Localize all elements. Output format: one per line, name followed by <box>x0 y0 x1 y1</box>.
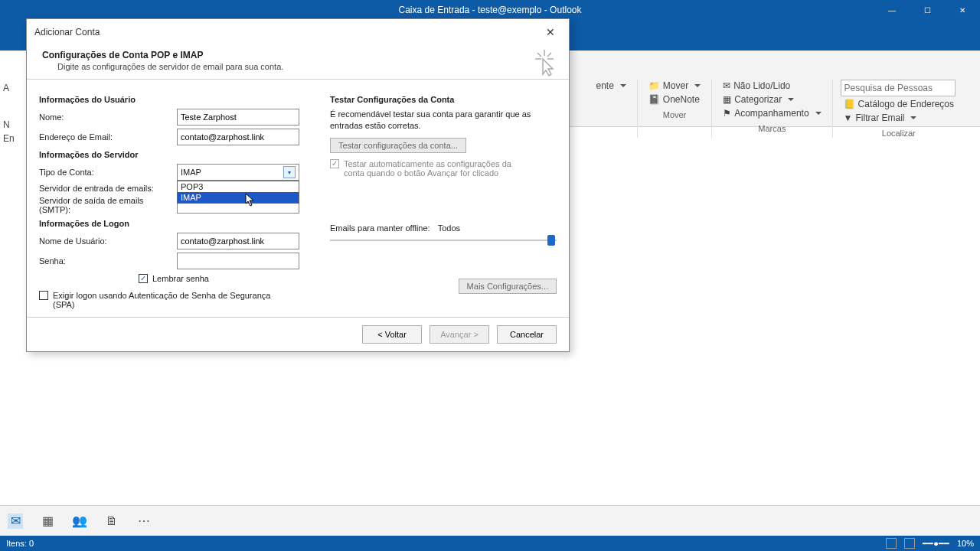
dialog-close-button[interactable]: ✕ <box>540 23 561 41</box>
password-input[interactable] <box>177 253 299 269</box>
left-clipped-column: A N En <box>0 51 26 487</box>
group-label-mover: Mover <box>663 110 687 119</box>
status-bar: Itens: 0 ━━●━━ 10% <box>0 536 980 551</box>
name-input[interactable] <box>177 109 299 126</box>
add-account-dialog: Adicionar Conta ✕ Configurações de Conta… <box>26 18 570 352</box>
section-logon-info: Informações de Logon <box>39 219 315 228</box>
ribbon-group-localizar: 📒Catálogo de Endereços ▼Filtrar Email Lo… <box>833 80 965 138</box>
section-user-info: Informações do Usuário <box>39 95 315 104</box>
offline-slider[interactable] <box>330 233 557 248</box>
category-icon: ▦ <box>723 94 731 105</box>
label-outgoing: Servidor de saída de emails (SMTP): <box>39 196 177 214</box>
view-normal-icon[interactable] <box>886 538 897 549</box>
section-server-info: Informações do Servidor <box>39 150 315 159</box>
app-title-bar: Caixa de Entrada - teste@exemplo - Outlo… <box>0 0 980 20</box>
dialog-header-sub: Digite as configurações de servidor de e… <box>42 60 554 71</box>
status-items: Itens: 0 <box>6 539 34 548</box>
window-minimize-button[interactable]: — <box>874 0 910 20</box>
window-close-button[interactable]: ✕ <box>945 0 980 20</box>
section-test: Testar Configurações da Conta <box>330 95 557 104</box>
filter-email-button[interactable]: ▼Filtrar Email <box>841 112 957 124</box>
svg-line-3 <box>537 53 541 57</box>
people-search-input[interactable] <box>841 80 956 96</box>
label-username: Nome de Usuário: <box>39 236 177 246</box>
svg-line-4 <box>547 53 551 57</box>
offline-value: Todos <box>438 223 460 233</box>
option-imap[interactable]: IMAP <box>178 192 299 203</box>
calendar-nav-icon[interactable]: ▦ <box>40 514 55 529</box>
next-button[interactable]: Avançar > <box>430 325 489 344</box>
offline-label: Emails para manter offline: <box>330 223 430 233</box>
tasks-nav-icon[interactable]: 🗎 <box>104 514 119 529</box>
remember-password-label: Lembrar senha <box>152 274 209 283</box>
username-input[interactable] <box>177 233 299 249</box>
test-settings-button[interactable]: Testar configurações da conta... <box>330 138 466 153</box>
addressbook-button[interactable]: 📒Catálogo de Endereços <box>841 98 957 110</box>
option-pop3[interactable]: POP3 <box>178 181 299 192</box>
account-type-select[interactable]: IMAP ▾ <box>177 164 299 181</box>
addressbook-icon: 📒 <box>844 99 855 109</box>
label-incoming: Servidor de entrada de emails: <box>39 184 177 193</box>
wizard-cursor-icon <box>534 50 555 80</box>
view-reading-icon[interactable] <box>904 538 915 549</box>
window-maximize-button[interactable]: ☐ <box>910 0 945 20</box>
zoom-value: 10% <box>957 539 974 548</box>
cancel-button[interactable]: Cancelar <box>497 325 557 344</box>
group-label-localizar: Localizar <box>882 129 916 138</box>
group-label-marcas: Marcas <box>758 124 786 133</box>
more-settings-button[interactable]: Mais Configurações... <box>459 279 557 294</box>
email-input[interactable] <box>177 129 299 145</box>
ribbon-group-marcas: ✉Não Lido/Lido ▦Categorizar ⚑Acompanhame… <box>712 80 832 138</box>
flag-icon: ⚑ <box>723 108 731 119</box>
spa-label: Exigir logon usando Autenticação de Senh… <box>53 291 283 309</box>
back-button[interactable]: < Voltar <box>362 325 422 344</box>
bottom-nav: ✉ ▦ 👥 🗎 ⋯ <box>0 505 980 536</box>
envelope-icon: ✉ <box>723 80 730 91</box>
test-desc: É recomendável testar sua conta para gar… <box>330 109 557 132</box>
remember-password-checkbox[interactable] <box>139 274 148 283</box>
label-account-type: Tipo de Conta: <box>39 168 177 177</box>
account-type-dropdown: POP3 IMAP <box>177 181 299 204</box>
onenote-icon: 📓 <box>648 94 660 105</box>
auto-test-label: Testar automaticamente as configurações … <box>344 159 520 178</box>
followup-button[interactable]: ⚑Acompanhamento <box>720 107 824 119</box>
ribbon-group-mover: 📁Mover 📓OneNote Mover <box>638 80 712 138</box>
mover-button[interactable]: 📁Mover <box>645 80 704 92</box>
filter-icon: ▼ <box>844 112 853 123</box>
label-name: Nome: <box>39 112 177 122</box>
label-password: Senha: <box>39 256 177 266</box>
account-type-value: IMAP <box>181 168 201 177</box>
ribbon-partial-group: ente <box>585 80 637 138</box>
onenote-button[interactable]: 📓OneNote <box>645 93 704 106</box>
mail-nav-icon[interactable]: ✉ <box>8 514 23 529</box>
folder-move-icon: 📁 <box>648 80 660 91</box>
more-nav-icon[interactable]: ⋯ <box>136 514 152 529</box>
app-title: Caixa de Entrada - teste@exemplo - Outlo… <box>399 5 582 15</box>
chevron-down-icon: ▾ <box>283 166 296 178</box>
spa-checkbox[interactable] <box>39 291 48 300</box>
dialog-header-title: Configurações de Conta POP e IMAP <box>42 50 554 60</box>
label-email: Endereço de Email: <box>39 132 177 142</box>
people-nav-icon[interactable]: 👥 <box>72 514 87 529</box>
slider-thumb[interactable] <box>547 235 555 246</box>
categorize-button[interactable]: ▦Categorizar <box>720 93 824 106</box>
dialog-title: Adicionar Conta <box>34 27 100 37</box>
unread-button[interactable]: ✉Não Lido/Lido <box>720 80 824 92</box>
auto-test-checkbox[interactable] <box>330 159 339 168</box>
zoom-slider[interactable]: ━━●━━ <box>923 539 949 549</box>
ribbon-partial-item[interactable]: ente <box>593 80 629 92</box>
